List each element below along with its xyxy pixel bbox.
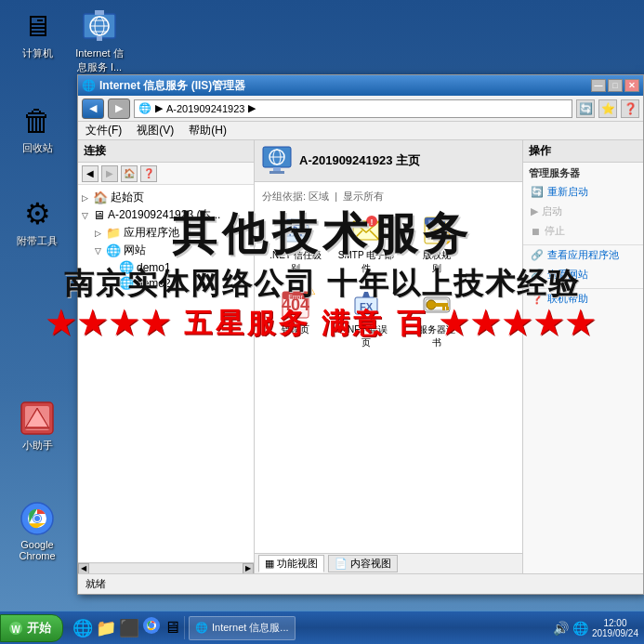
h-scrollbar[interactable]: ◀ ▶ (78, 562, 254, 573)
tray-network-icon[interactable]: 🌐 (572, 621, 588, 636)
iis-icon (81, 7, 118, 45)
action-view-sites[interactable]: 🔗 查看网站 (523, 265, 643, 284)
desktop-icon-recycle[interactable]: 🗑 回收站 (7, 102, 67, 155)
conn-tool-help[interactable]: ❓ (140, 165, 157, 182)
toolbar-icon3[interactable]: ❓ (621, 99, 639, 118)
conn-tool-home[interactable]: 🏠 (121, 165, 138, 182)
apppool-link-icon: 🔗 (531, 249, 544, 261)
server-large-icon (262, 146, 292, 176)
connections-panel: 连接 ◀ ▶ 🏠 ❓ ▷ 🏠 起始页 ▽ 🖥 (78, 140, 255, 573)
feature-grid: .N NET .NET 信任级别 (262, 209, 515, 354)
address-bar[interactable]: 🌐 ▶ A-201909241923 ▶ (134, 99, 572, 118)
chrome-icon-label: GoogleChrome (19, 539, 55, 561)
action-restart[interactable]: 🔄 重新启动 (523, 182, 643, 202)
ql-chrome-icon[interactable] (142, 616, 161, 639)
tree-item-home[interactable]: ▷ 🏠 起始页 (82, 189, 250, 206)
feature-errorpages[interactable]: 404 Error 错误页 (262, 283, 329, 354)
center-panel: A-201909241923 主页 分组依据: 区域 | 显示所有 .N (255, 140, 522, 573)
feature-view-icon: ▦ (265, 558, 274, 570)
desktop: 🖥 计算机 Internet 信息服务 I... 🗑 回收站 ⚙ 附带工具 (0, 0, 644, 644)
action-online-help[interactable]: ❓ 联机帮助 (523, 289, 643, 309)
tree-item-demo2[interactable]: 🌐 demo2 (82, 275, 250, 291)
action-stop[interactable]: ⏹ 停止 (523, 221, 643, 241)
action-start[interactable]: ▶ 启动 (523, 202, 643, 221)
start-button[interactable]: W 开始 (0, 614, 63, 642)
actions-header: 操作 (523, 140, 643, 163)
connections-toolbar: ◀ ▶ 🏠 ❓ (78, 163, 254, 185)
ql-cmd-icon[interactable]: ⬛ (119, 618, 139, 638)
conn-tool-forward[interactable]: ▶ (101, 165, 118, 182)
window-icon: 🌐 (82, 79, 96, 92)
scroll-left[interactable]: ◀ (78, 563, 89, 574)
ql-ie-icon[interactable]: 🌐 (72, 618, 93, 638)
expand-server-icon: ▽ (82, 211, 93, 220)
restart-icon: 🔄 (531, 186, 544, 198)
tab-feature-view[interactable]: ▦ 功能视图 (258, 555, 324, 572)
tree-item-demo1[interactable]: 🌐 demo1 (82, 259, 250, 275)
tray-date-value: 2019/09/24 (592, 628, 638, 638)
ql-iis-icon[interactable]: 🖥 (164, 618, 180, 637)
toolbar-icon2[interactable]: ⭐ (598, 99, 617, 118)
feature-net-trust[interactable]: .N NET .NET 信任级别 (262, 209, 329, 280)
action-view-apppool[interactable]: 🔗 查看应用程序池 (523, 245, 643, 265)
svg-text:版权: 版权 (428, 219, 441, 226)
tree-apppool-label: 应用程序池 (124, 225, 179, 241)
menu-view[interactable]: 视图(V) (133, 123, 177, 138)
window-title: Internet 信息服务 (IIS)管理器 (99, 78, 245, 94)
feature-smtp[interactable]: ! SMTP 电子邮件 (333, 209, 400, 280)
feature-netfx[interactable]: FX .NET 错误页 (333, 283, 400, 354)
window-toolbar: ◀ ▶ 🌐 ▶ A-201909241923 ▶ 🔄 ⭐ ❓ (78, 96, 643, 122)
netfx-label: .NET 错误页 (345, 323, 387, 349)
feature-copyright[interactable]: 版权 © 版权规则 (403, 209, 470, 280)
content-view-label: 内容视图 (350, 557, 391, 571)
svg-rect-55 (446, 307, 449, 310)
desktop-icon-accessories[interactable]: ⚙ 附带工具 (7, 195, 67, 248)
tree-server-label: A-201909241923 (本... (108, 207, 220, 223)
ql-explorer-icon[interactable]: 📁 (96, 618, 116, 638)
titlebar-title: 🌐 Internet 信息服务 (IIS)管理器 (82, 78, 245, 94)
scroll-right[interactable]: ▶ (243, 563, 254, 574)
tree-item-apppool[interactable]: ▷ 📁 应用程序池 (82, 224, 250, 242)
tree-item-sites[interactable]: ▽ 🌐 网站 (82, 242, 250, 259)
desktop-icon-assistant[interactable]: 小助手 (7, 400, 67, 453)
desktop-icon-iis[interactable]: Internet 信息服务 I... (70, 7, 129, 74)
window-body: 连接 ◀ ▶ 🏠 ❓ ▷ 🏠 起始页 ▽ 🖥 (78, 140, 643, 573)
window-titlebar: 🌐 Internet 信息服务 (IIS)管理器 — □ ✕ (78, 75, 643, 96)
server-name: A-201909241923 主页 (299, 152, 420, 169)
tree-item-server[interactable]: ▽ 🖥 A-201909241923 (本... (82, 206, 250, 224)
taskbar-items: 🌐 Internet 信息服... (185, 616, 547, 640)
feature-key[interactable]: 服务器证书 (403, 283, 470, 354)
smtp-label: SMTP 电子邮件 (338, 249, 394, 275)
expand-icon: ▷ (82, 193, 93, 203)
svg-text:!: ! (371, 217, 374, 227)
svg-text:FX: FX (360, 301, 374, 312)
smtp-icon: ! (349, 214, 383, 247)
taskbar-iis-item[interactable]: 🌐 Internet 信息服... (189, 616, 296, 640)
menu-help[interactable]: 帮助(H) (185, 123, 230, 138)
conn-tool-back[interactable]: ◀ (82, 165, 99, 182)
center-content: 分组依据: 区域 | 显示所有 .N NET (255, 182, 522, 553)
forward-button[interactable]: ▶ (108, 99, 130, 119)
tray-clock: 12:00 2019/09/24 (592, 618, 638, 638)
center-header-text: A-201909241923 主页 (299, 152, 420, 169)
start-label: 开始 (27, 620, 51, 637)
tray-sound-icon[interactable]: 🔊 (553, 621, 569, 636)
refresh-icon[interactable]: 🔄 (576, 99, 595, 118)
netfx-icon: FX (349, 288, 383, 322)
close-button[interactable]: ✕ (624, 79, 639, 92)
error-pages-label: 错误页 (282, 323, 309, 336)
recycle-icon: 🗑 (19, 102, 56, 139)
svg-marker-49 (362, 292, 370, 297)
back-button[interactable]: ◀ (82, 99, 104, 119)
address-separator: ▶ (155, 102, 163, 114)
tab-content-view[interactable]: 📄 内容视图 (328, 555, 398, 572)
minimize-button[interactable]: — (591, 79, 606, 92)
center-header: A-201909241923 主页 (255, 140, 522, 182)
menu-file[interactable]: 文件(F) (82, 123, 125, 138)
manage-server-section: 管理服务器 (523, 163, 643, 182)
desktop-icon-computer[interactable]: 🖥 计算机 (7, 7, 67, 60)
desktop-icon-chrome[interactable]: GoogleChrome (7, 500, 67, 561)
scroll-track (89, 564, 243, 573)
maximize-button[interactable]: □ (608, 79, 623, 92)
quick-launch: 🌐 📁 ⬛ 🖥 (69, 616, 185, 639)
